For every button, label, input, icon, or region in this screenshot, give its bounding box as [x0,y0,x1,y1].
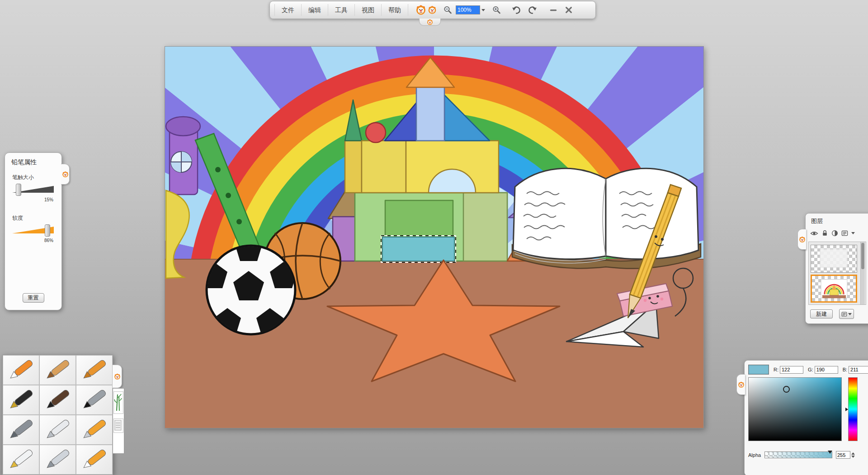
layer-2-preview [812,276,856,301]
brush-size-slider[interactable] [12,185,54,194]
alpha-spinner[interactable] [851,452,855,458]
layer-thumbnail-1[interactable] [811,245,857,273]
brush-palette-knife[interactable] [39,415,76,445]
zoom-level-input[interactable] [456,5,480,14]
softness-value: 86% [44,238,53,243]
alpha-slider-handle[interactable] [828,451,832,454]
alpha-value-input[interactable] [836,451,850,459]
close-button[interactable] [562,4,575,16]
brush-ink-brush-icon [76,385,112,414]
brush-fountain-pen[interactable] [3,385,39,415]
brush-size-label: 笔触大小 [12,174,34,181]
brush-paint-roller-icon [76,415,112,444]
brush-wood-pencil[interactable] [39,355,76,385]
softness-slider-handle[interactable] [45,224,50,237]
color-panel-handle[interactable] [736,374,745,395]
drawing-canvas[interactable] [165,46,704,428]
pencil-properties-panel: 铅笔属性 笔触大小 15% 软度 86% 重置 [5,152,62,310]
top-toolbar: 文件 编辑 工具 视图 帮助 [269,1,596,19]
brush-drawing-nib[interactable] [39,445,76,475]
menu-help[interactable]: 帮助 [382,4,408,16]
brush-size-slider-handle[interactable] [16,184,21,196]
brush-paint-brush[interactable] [39,385,76,415]
layer-list [808,242,866,305]
alpha-label: Alpha [748,452,764,458]
pencil-panel-handle[interactable] [61,164,70,185]
brush-drawing-nib-icon [40,445,75,474]
brush-palette-knife-icon [40,415,75,444]
softness-slider[interactable] [12,226,54,234]
alpha-gradient [765,452,832,458]
brush-paint-tube[interactable] [3,445,39,475]
color-picker-marker[interactable] [783,386,790,393]
layer-menu-button[interactable] [839,309,854,319]
b-value-input[interactable] [849,366,868,374]
chevron-down-icon [848,313,852,315]
brush-airbrush[interactable] [3,415,39,445]
hue-slider[interactable] [848,377,858,441]
stamp-preview-pattern[interactable] [113,418,123,433]
zoom-out-button[interactable] [441,4,454,16]
g-label: G: [808,367,813,372]
toolbar-drag-tab[interactable] [419,19,441,26]
list-icon [841,311,847,317]
layer-list-scrollbar[interactable] [860,242,865,304]
current-color-swatch [748,365,769,375]
g-value-input[interactable] [815,366,838,374]
layer-thumbnail-2[interactable] [811,275,857,303]
layers-panel-title: 图层 [811,217,823,225]
brush-airbrush-icon [3,415,39,444]
brush-panel-handle[interactable] [113,365,122,388]
minimize-icon [549,6,557,14]
menu-view[interactable]: 视图 [355,4,382,16]
layer-lock-icon[interactable] [821,230,828,237]
zoom-dropdown-button[interactable] [480,5,486,14]
brush-wood-pencil-icon [40,356,75,385]
brush-library-panel [2,355,113,475]
zoom-in-button[interactable] [490,4,503,16]
zoom-in-icon [492,5,501,14]
redo-button[interactable] [526,4,539,16]
stamp-preview-bamboo[interactable] [113,391,123,414]
brush-paint-roller[interactable] [76,415,113,445]
brush-sharpened-crayon-icon [3,356,39,385]
saturation-value-picker[interactable] [748,377,842,441]
clown-icon [62,171,69,178]
r-value-input[interactable] [780,366,803,374]
brush-size-value: 15% [44,197,53,202]
color-picker-panel: R: G: B: Alpha [744,360,868,475]
undo-button[interactable] [510,4,523,16]
r-label: R: [774,367,778,372]
canvas-artwork [165,47,703,428]
menu-edit[interactable]: 编辑 [302,4,328,16]
brush-sharpened-crayon[interactable] [3,355,39,385]
layer-blend-icon[interactable] [831,230,838,237]
clown-icon [427,19,433,25]
hue-slider-marker[interactable] [845,408,848,411]
brush-eraser-stick[interactable] [76,445,113,475]
spinner-up-icon[interactable] [851,452,855,455]
brush-large-crayon[interactable] [76,355,113,385]
clown-icon [799,236,806,243]
layers-panel-handle[interactable] [797,229,806,250]
new-layer-button[interactable]: 新建 [810,309,833,318]
clown-icon [114,373,121,380]
alpha-slider[interactable] [764,451,832,458]
layer-1-preview [811,245,856,271]
layers-panel: 图层 新建 [805,213,868,324]
menu-file[interactable]: 文件 [274,4,302,16]
reset-button[interactable]: 重置 [23,293,44,303]
clown-icon [738,381,745,388]
b-label: B: [843,367,847,372]
chevron-down-icon[interactable] [851,232,855,234]
spinner-down-icon[interactable] [851,456,855,458]
menu-tools[interactable]: 工具 [328,4,355,16]
scrollbar-thumb[interactable] [861,243,864,269]
toolbar-clown-handle[interactable] [415,5,437,15]
brush-ink-brush[interactable] [76,385,113,415]
stamp-strip [113,388,124,454]
chevron-down-icon [481,9,485,11]
layer-visibility-icon[interactable] [810,230,818,237]
minimize-button[interactable] [547,4,560,16]
layer-list-icon[interactable] [841,230,848,237]
